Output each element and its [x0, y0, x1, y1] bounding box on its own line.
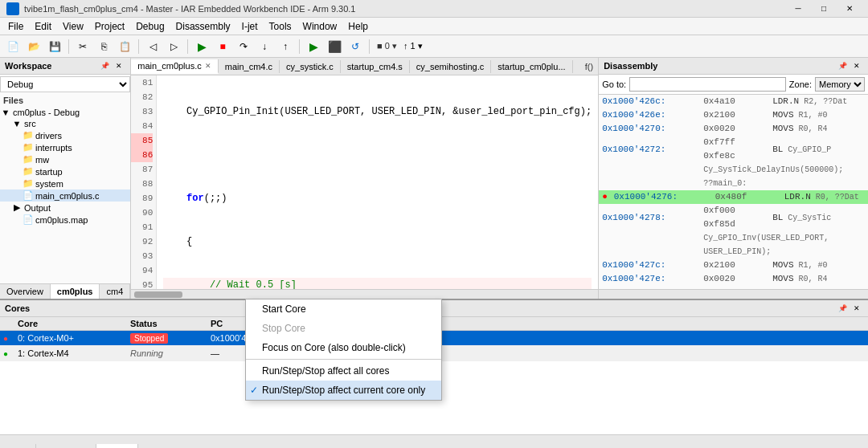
ctx-focus-core[interactable]: Focus on Core (also double-click) — [246, 338, 441, 357]
disasm-row-current: ● 0x1000'4276: 0x480f LDR.N R0, ??Dat — [599, 190, 868, 204]
open-btn[interactable]: 📂 — [24, 38, 43, 55]
back-btn[interactable]: ◁ — [143, 38, 162, 55]
restore-button[interactable]: □ — [812, 2, 836, 16]
disasm-close-btn[interactable]: ✕ — [850, 60, 863, 71]
disasm-addr: 0x1000'4272: — [602, 143, 698, 157]
green-dot-icon: ● — [3, 349, 8, 358]
ctx-separator-1 — [246, 359, 441, 360]
tree-item-drivers[interactable]: 📁 drivers — [0, 129, 130, 141]
tree-item-label: startup — [35, 167, 63, 177]
tab-startup-cm4[interactable]: startup_cm4.s — [341, 60, 410, 73]
disasm-hex: 0xf7ff 0xfe8c — [703, 136, 768, 163]
run-btn[interactable]: ▶ — [304, 38, 323, 55]
menu-edit[interactable]: Edit — [30, 19, 56, 34]
ctx-stop-core[interactable]: Stop Core — [246, 319, 441, 338]
cores-pin-btn[interactable]: 📌 — [836, 303, 849, 314]
menu-disassembly[interactable]: Disassembly — [171, 19, 235, 34]
ctx-affect-current-core[interactable]: Run/Step/Stop affect current core only — [246, 381, 441, 400]
debug-start-btn[interactable]: ▶ — [192, 38, 211, 55]
step-out-btn[interactable]: ↑ — [276, 38, 295, 55]
copy-btn[interactable]: ⎘ — [94, 38, 113, 55]
tab-cores[interactable]: Cores — [96, 444, 138, 448]
tree-item-system[interactable]: 📁 system — [0, 177, 130, 189]
editor-scrollbar[interactable] — [131, 289, 598, 299]
menu-project[interactable]: Project — [90, 19, 129, 34]
workspace-close-btn[interactable]: ✕ — [113, 60, 125, 71]
workspace-pin-btn[interactable]: 📌 — [98, 60, 111, 71]
tab-build[interactable]: Build — [0, 444, 36, 448]
disasm-row: 0x1000'4272: 0xf7ff 0xfe8c BL Cy_GPIO_P — [599, 136, 868, 163]
disasm-addr: 0x1000'4276: — [614, 190, 710, 204]
step-over-btn[interactable]: ↷ — [234, 38, 253, 55]
tab-main-cm4[interactable]: main_cm4.c — [219, 60, 280, 73]
stopped-badge: Stopped — [130, 333, 168, 344]
disasm-instr: LDR.N — [784, 190, 811, 204]
paste-btn[interactable]: 📋 — [115, 38, 134, 55]
disasm-args: Cy_GPIO_P — [788, 143, 831, 157]
tree-item-main-cm0plus[interactable]: 📄 main_cm0plus.c — [0, 189, 130, 202]
menu-tools[interactable]: Tools — [264, 19, 297, 34]
reset-btn[interactable]: ↺ — [346, 38, 365, 55]
disasm-pin-btn[interactable]: 📌 — [836, 60, 849, 71]
window-controls: ─ □ ✕ — [786, 2, 862, 16]
tab-startup-cm0[interactable]: startup_cm0plu... — [491, 60, 572, 73]
tree-item-label: cm0plus - Debug — [13, 108, 80, 117]
menu-ijet[interactable]: I-jet — [237, 19, 263, 34]
bottom-scrollbar[interactable] — [0, 434, 868, 444]
ctx-affect-all-cores[interactable]: Run/Step/Stop affect all cores — [246, 361, 441, 381]
disasm-hex: 0xf000 0xf85d — [703, 204, 768, 231]
cores-controls: 📌 ✕ — [836, 303, 863, 314]
folder-icon: 📁 — [23, 142, 34, 153]
red-dot-icon: ● — [3, 334, 8, 343]
disasm-hex: 0x480f — [715, 190, 780, 204]
tab-cm0plus[interactable]: cm0plus — [51, 284, 100, 299]
disasm-row-comment2: Cy_GPIO_Inv(USER_LED_PORT, USER_LED_PIN)… — [599, 231, 868, 259]
menu-help[interactable]: Help — [343, 19, 373, 34]
tab-cm4[interactable]: cm4 — [100, 284, 130, 299]
tree-item-startup[interactable]: 📁 startup — [0, 165, 130, 177]
col-header-status: Status — [124, 319, 204, 328]
tree-item-mw[interactable]: 📁 mw — [0, 153, 130, 165]
menu-file[interactable]: File — [3, 19, 28, 34]
save-btn[interactable]: 💾 — [45, 38, 64, 55]
cut-btn[interactable]: ✂ — [73, 38, 92, 55]
step-into-btn[interactable]: ↓ — [255, 38, 274, 55]
tab-cy-semihosting[interactable]: cy_semihosting.c — [410, 60, 491, 73]
toolbar-sep-5 — [369, 39, 370, 54]
disasm-content: 0x1000'426c: 0x4a10 LDR.N R2, ??Dat 0x10… — [599, 95, 868, 289]
code-content[interactable]: Cy_GPIO_Pin_Init(USER_LED_PORT, USER_LED… — [157, 75, 598, 289]
tree-item-interrupts[interactable]: 📁 interrupts — [0, 141, 130, 153]
disasm-comment-text2: Cy_GPIO_Inv(USER_LED_PORT, USER_LED_PIN)… — [703, 231, 865, 259]
workspace-dropdown[interactable]: Debug Release — [0, 76, 130, 92]
ctx-start-core[interactable]: Start Core — [246, 299, 441, 319]
scrollbar-thumb[interactable] — [134, 291, 182, 298]
zone-select[interactable]: Memory — [815, 77, 865, 92]
forward-btn[interactable]: ▷ — [164, 38, 183, 55]
tab-label: startup_cm4.s — [347, 62, 403, 71]
tab-cy-systick[interactable]: cy_systick.c — [280, 60, 341, 73]
tab-main-cm0plus[interactable]: main_cm0plus.c ✕ — [131, 59, 218, 74]
tab-close-icon[interactable]: ✕ — [205, 62, 211, 70]
goto-label: Go to: — [602, 79, 626, 89]
break-btn[interactable]: ⬛ — [325, 38, 344, 55]
menu-window[interactable]: Window — [298, 19, 342, 34]
tab-overview[interactable]: Overview — [0, 284, 51, 299]
minimize-button[interactable]: ─ — [786, 2, 810, 16]
new-file-btn[interactable]: 📄 — [3, 38, 23, 55]
disasm-scrollbar[interactable] — [599, 289, 868, 299]
menu-debug[interactable]: Debug — [131, 19, 169, 34]
close-button[interactable]: ✕ — [837, 2, 862, 16]
cores-close-btn[interactable]: ✕ — [850, 303, 863, 314]
function-indicator: f() — [580, 62, 598, 71]
goto-input[interactable] — [629, 77, 786, 92]
disasm-row: 0x1000'426e: 0x2100 MOVS R1, #0 — [599, 108, 868, 122]
tree-item-cm0plus-debug[interactable]: ▼ cm0plus - Debug — [0, 107, 130, 118]
tree-item-src[interactable]: ▼ src — [0, 118, 130, 129]
debug-stop-btn[interactable]: ■ — [213, 38, 232, 55]
tree-item-output[interactable]: ▶ Output — [0, 202, 130, 214]
tab-debug-log[interactable]: Debug Log — [36, 444, 96, 448]
tree-item-map[interactable]: 📄 cm0plus.map — [0, 214, 130, 226]
code-editor[interactable]: 81828384 85 86 87888990 9192939495 Cy_GP… — [131, 75, 598, 289]
disasm-instr: MOVS — [772, 272, 793, 286]
menu-view[interactable]: View — [58, 19, 88, 34]
